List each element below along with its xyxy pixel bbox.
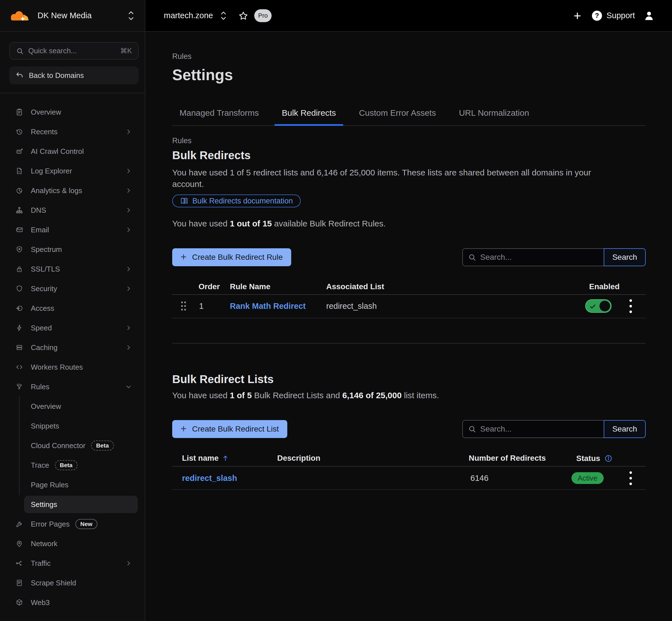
row-menu-button[interactable] bbox=[628, 297, 633, 315]
back-to-domains-button[interactable]: Back to Domains bbox=[9, 67, 139, 84]
document-icon bbox=[15, 579, 23, 587]
plus-icon: + bbox=[181, 251, 186, 263]
bulk-redirects-description: You have used 1 of 5 redirect lists and … bbox=[172, 167, 609, 190]
lists-search: Search... Search bbox=[462, 420, 646, 438]
sidebar-item-rules-overview[interactable]: Overview bbox=[0, 397, 145, 416]
info-icon[interactable] bbox=[604, 454, 613, 463]
tab-url-normalization[interactable]: URL Normalization bbox=[452, 100, 536, 125]
sidebar-divider bbox=[0, 93, 145, 93]
funnel-icon bbox=[15, 383, 23, 391]
spectrum-icon bbox=[15, 246, 23, 253]
chevron-right-icon bbox=[125, 207, 132, 214]
sidebar-item-caching[interactable]: Caching bbox=[0, 338, 145, 357]
support-label: Support bbox=[607, 11, 635, 20]
chevron-down-icon bbox=[125, 383, 132, 390]
tab-managed-transforms[interactable]: Managed Transforms bbox=[172, 100, 266, 125]
sidebar-item-cloud-connector[interactable]: Cloud ConnectorBeta bbox=[0, 436, 145, 455]
bulk-redirects-documentation-button[interactable]: Bulk Redirects documentation bbox=[172, 195, 301, 207]
sidebar-item-web3[interactable]: Web3 bbox=[0, 593, 145, 612]
sidebar-item-access[interactable]: Access bbox=[0, 298, 145, 318]
sidebar-item-dns[interactable]: DNS bbox=[0, 200, 145, 220]
overview-icon bbox=[15, 108, 23, 116]
sidebar-nav: Overview Recents AI Crawl Control Log Ex… bbox=[0, 102, 145, 612]
favorite-star-icon[interactable] bbox=[238, 11, 249, 21]
column-number-of-redirects: Number of Redirects bbox=[469, 454, 546, 462]
column-enabled: Enabled bbox=[589, 283, 620, 291]
sidebar-item-rules[interactable]: Rules bbox=[0, 377, 145, 397]
zone-name[interactable]: martech.zone bbox=[164, 0, 213, 31]
create-bulk-redirect-rule-button[interactable]: +Create Bulk Redirect Rule bbox=[172, 248, 291, 266]
analytics-icon bbox=[15, 187, 23, 195]
row-menu-button[interactable] bbox=[628, 469, 633, 487]
sidebar-item-recents[interactable]: Recents bbox=[0, 122, 145, 141]
sidebar-item-log-explorer[interactable]: Log Explorer bbox=[0, 161, 145, 181]
back-arrow-icon bbox=[15, 71, 24, 80]
rules-search-button[interactable]: Search bbox=[604, 248, 646, 266]
chevron-right-icon bbox=[125, 167, 132, 175]
lists-search-input[interactable]: Search... bbox=[462, 420, 604, 438]
traffic-icon bbox=[15, 560, 23, 567]
new-badge: New bbox=[75, 519, 97, 529]
access-icon bbox=[15, 304, 23, 312]
rule-name-link[interactable]: Rank Math Redirect bbox=[230, 302, 306, 310]
account-switcher[interactable]: DK New Media bbox=[0, 0, 145, 31]
code-brackets-icon bbox=[15, 363, 23, 371]
column-list-name[interactable]: List name bbox=[182, 454, 229, 462]
lists-controls: +Create Bulk Redirect List Search... Sea… bbox=[172, 420, 646, 438]
chevron-right-icon bbox=[125, 560, 132, 567]
sidebar-item-settings[interactable]: Settings bbox=[0, 495, 145, 514]
rules-search-input[interactable]: Search... bbox=[462, 248, 604, 266]
drag-handle[interactable] bbox=[179, 298, 188, 314]
support-button[interactable]: ? Support bbox=[591, 0, 635, 31]
recents-icon bbox=[15, 128, 23, 136]
rules-search: Search... Search bbox=[462, 248, 646, 266]
sidebar-item-ssl-tls[interactable]: SSL/TLS bbox=[0, 259, 145, 279]
zone-selector-icon[interactable] bbox=[220, 9, 227, 22]
lists-search-button[interactable]: Search bbox=[604, 420, 646, 438]
status-badge: Active bbox=[572, 472, 604, 484]
user-avatar-icon[interactable] bbox=[643, 9, 655, 22]
section-divider bbox=[172, 343, 646, 343]
tab-bulk-redirects[interactable]: Bulk Redirects bbox=[274, 100, 343, 125]
section-eyebrow: Rules bbox=[172, 137, 191, 144]
sidebar-item-page-rules[interactable]: Page Rules bbox=[0, 475, 145, 495]
chevron-right-icon bbox=[125, 265, 132, 273]
enabled-toggle[interactable] bbox=[585, 299, 612, 313]
create-bulk-redirect-list-button[interactable]: +Create Bulk Redirect List bbox=[172, 420, 287, 438]
bulk-redirect-lists-heading: Bulk Redirect Lists bbox=[172, 374, 274, 385]
account-selector-icon bbox=[127, 9, 136, 22]
sidebar-item-error-pages[interactable]: Error PagesNew bbox=[0, 514, 145, 534]
ai-crawl-icon bbox=[15, 148, 23, 155]
sidebar-item-network[interactable]: Network bbox=[0, 534, 145, 553]
sidebar-item-traffic[interactable]: Traffic bbox=[0, 553, 145, 573]
topbar: DK New Media martech.zone Pro + ? Suppor… bbox=[0, 0, 672, 32]
tab-custom-error-assets[interactable]: Custom Error Assets bbox=[352, 100, 443, 125]
sidebar-item-analytics[interactable]: Analytics & logs bbox=[0, 181, 145, 200]
sidebar-item-trace[interactable]: TraceBeta bbox=[0, 455, 145, 475]
log-explorer-icon bbox=[15, 167, 23, 175]
account-name: DK New Media bbox=[38, 11, 92, 20]
sidebar-item-overview[interactable]: Overview bbox=[0, 102, 145, 122]
beta-badge: Beta bbox=[91, 441, 114, 451]
sidebar-item-workers-routes[interactable]: Workers Routes bbox=[0, 357, 145, 377]
sidebar-item-security[interactable]: Security bbox=[0, 279, 145, 298]
quick-search-input[interactable]: Quick search... ⌘K bbox=[9, 42, 139, 60]
location-pin-icon bbox=[15, 540, 23, 548]
sidebar-item-snippets[interactable]: Snippets bbox=[0, 416, 145, 436]
column-rule-name: Rule Name bbox=[230, 283, 270, 291]
cloudflare-logo-icon bbox=[8, 10, 30, 22]
main-content: Rules Settings Managed Transforms Bulk R… bbox=[146, 32, 672, 621]
chevron-right-icon bbox=[125, 226, 132, 234]
list-name-link[interactable]: redirect_slash bbox=[182, 474, 237, 482]
sidebar-item-speed[interactable]: Speed bbox=[0, 318, 145, 338]
sidebar-item-ai-crawl-control[interactable]: AI Crawl Control bbox=[0, 141, 145, 161]
sidebar-item-email[interactable]: Email bbox=[0, 220, 145, 240]
rule-associated-list: redirect_slash bbox=[326, 302, 377, 310]
rule-order: 1 bbox=[199, 302, 204, 310]
chevron-right-icon bbox=[125, 285, 132, 292]
back-to-domains-label: Back to Domains bbox=[29, 71, 84, 80]
sidebar-item-spectrum[interactable]: Spectrum bbox=[0, 240, 145, 259]
breadcrumb: Rules bbox=[172, 53, 191, 60]
sidebar-item-scrape-shield[interactable]: Scrape Shield bbox=[0, 573, 145, 593]
add-button[interactable]: + bbox=[570, 8, 585, 24]
